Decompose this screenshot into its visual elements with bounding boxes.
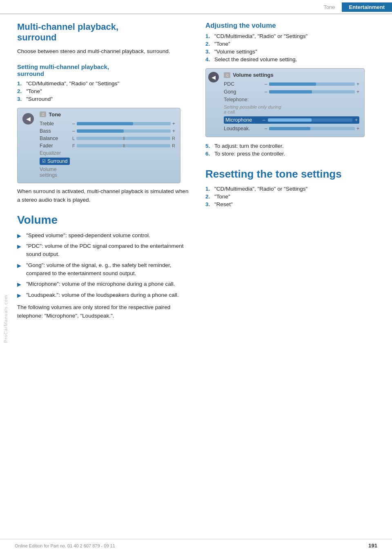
plus-icon: + (172, 128, 175, 134)
step-item: 3. "Surround" (17, 96, 192, 102)
fader-rear: R (172, 143, 175, 148)
fader-bar (77, 144, 170, 147)
watermark-text: ProCarManuals.com (3, 295, 8, 342)
balance-right: R (172, 136, 175, 141)
minus-icon: – (263, 117, 265, 123)
step-item: 2. "Tone" (17, 88, 192, 94)
step-text: To store: press the controller. (214, 151, 285, 157)
bullet-arrow-icon: ▶ (17, 280, 23, 289)
bullet-text: "Speed volume": speed-dependent volume c… (26, 231, 150, 240)
step-text: "Reset" (214, 201, 233, 207)
loudspeak-slider: – + (265, 126, 359, 131)
microphone-fill (268, 118, 312, 122)
pdc-fill (269, 82, 316, 86)
tone-slider-balance: L R (72, 136, 175, 141)
bass-fill (77, 129, 124, 133)
after-screen-text: When surround is activated, multi-channe… (17, 187, 192, 205)
tone-label-fader: Fader (40, 143, 72, 149)
microphone-highlighted: Microphone – + (224, 116, 359, 124)
step-text: "Volume settings" (214, 49, 257, 55)
tone-row-balance: Balance L R (40, 136, 175, 141)
step-text: "CD/Multimedia", "Radio" or "Settings" (26, 80, 119, 87)
tone-slider-bass: – + (72, 128, 175, 134)
nav-arrow-icon: ◀ (22, 113, 34, 125)
vol-row-microphone: Microphone – + (224, 116, 359, 124)
volume-footer-text: The following volumes are only stored fo… (17, 303, 192, 320)
section-title-line2: surround (17, 32, 57, 42)
balance-left: L (72, 136, 75, 141)
setting-subtitle: Setting multi-channel playback, surround (17, 63, 192, 77)
fader-center (123, 144, 125, 147)
vol-label-gong: Gong (224, 89, 265, 95)
microphone-bar (268, 118, 352, 122)
tone-label-bass: Bass (40, 128, 72, 134)
fader-front: F (72, 143, 75, 148)
balance-center (123, 137, 125, 140)
step-item: 3. "Volume settings" (205, 49, 377, 55)
vol-label-telephone: Telephone: (224, 97, 265, 102)
step-item: 1. "CD/Multimedia", "Radio" or "Settings… (205, 33, 377, 39)
gong-slider: – + (265, 89, 359, 95)
setting-subtitle-line2: surround (17, 70, 44, 77)
minus-icon: – (72, 128, 75, 134)
plus-icon: + (355, 117, 358, 123)
adjusting-title: Adjusting the volume (205, 22, 377, 30)
step-num: 4. (205, 56, 212, 62)
bullet-text: "Microphone": volume of the microphone d… (26, 280, 175, 289)
bullet-arrow-icon: ▶ (17, 232, 23, 240)
tone-row-bass: Bass – + (40, 128, 175, 134)
pdc-bar (269, 82, 355, 86)
bullet-arrow-icon: ▶ (17, 291, 23, 300)
step-text: "Tone" (214, 41, 230, 47)
vol-screen-title: ♫ Volume settings (224, 72, 359, 78)
microphone-label: Microphone (225, 117, 260, 123)
minus-icon: – (265, 126, 267, 131)
step-num: 3. (17, 96, 24, 102)
step-item: 1. "CD/Multimedia", "Radio" or "Settings… (205, 186, 377, 192)
bullet-text: "PDC": volume of the PDC signal compared… (26, 242, 192, 259)
tone-slider-fader: F R (72, 143, 175, 148)
bullet-item: ▶ "Loudspeak.": volume of the loudspeake… (17, 291, 192, 300)
vol-title-icon: ♫ (224, 72, 230, 78)
header-tone-label: Tone (323, 4, 341, 10)
step-num: 5. (205, 143, 212, 149)
right-column: Adjusting the volume 1. "CD/Multimedia",… (201, 22, 377, 324)
plus-icon: + (356, 89, 359, 95)
gong-bar (269, 90, 355, 93)
vol-note-text: Setting possible only duringa call. (224, 105, 281, 114)
tone-label-equalizer: Equalizer (40, 150, 72, 156)
vol-label-pdc: PDC (224, 81, 265, 87)
footer-text: Online Edition for Part no. 01 40 2 607 … (15, 543, 115, 548)
minus-icon: – (265, 89, 267, 95)
step-num: 1. (205, 186, 212, 192)
step-item: 5. To adjust: turn the controller. (205, 143, 377, 149)
tone-label-treble: Treble (40, 121, 72, 127)
step-item: 3. "Reset" (205, 201, 377, 207)
page-header: Tone Entertainment (0, 0, 392, 14)
vol-title-text: Volume settings (233, 72, 273, 78)
vol-row-gong: Gong – + (224, 89, 359, 95)
gong-fill (269, 90, 312, 93)
bullet-item: ▶ "PDC": volume of the PDC signal compar… (17, 242, 192, 259)
minus-icon: – (265, 81, 267, 87)
main-content: Multi-channel playback, surround Choose … (0, 22, 392, 324)
step-text: "Tone" (214, 193, 230, 200)
intro-text: Choose between stereo and multi-channel … (17, 47, 192, 56)
bullet-arrow-icon: ▶ (17, 262, 23, 278)
tone-slider-treble: – + (72, 121, 175, 127)
step-text: "Tone" (26, 88, 42, 94)
surround-steps: 1. "CD/Multimedia", "Radio" or "Settings… (17, 80, 192, 102)
step-num: 2. (17, 88, 24, 94)
pdc-slider: – + (265, 81, 359, 87)
step-text: "CD/Multimedia", "Radio" or "Settings" (214, 33, 307, 39)
surround-label: Surround (47, 158, 67, 164)
bass-bar (77, 129, 171, 133)
vol-row-note: Setting possible only duringa call. (224, 105, 359, 114)
volume-bullets: ▶ "Speed volume": speed-dependent volume… (17, 231, 192, 300)
reset-section: Resetting the tone settings 1. "CD/Multi… (205, 168, 377, 207)
surround-highlighted: ☑ Surround (40, 158, 70, 165)
step-item: 1. "CD/Multimedia", "Radio" or "Settings… (17, 80, 192, 87)
adjusting-steps-continued: 5. To adjust: turn the controller. 6. To… (205, 143, 377, 157)
treble-bar (77, 122, 171, 125)
adjusting-steps: 1. "CD/Multimedia", "Radio" or "Settings… (205, 33, 377, 62)
